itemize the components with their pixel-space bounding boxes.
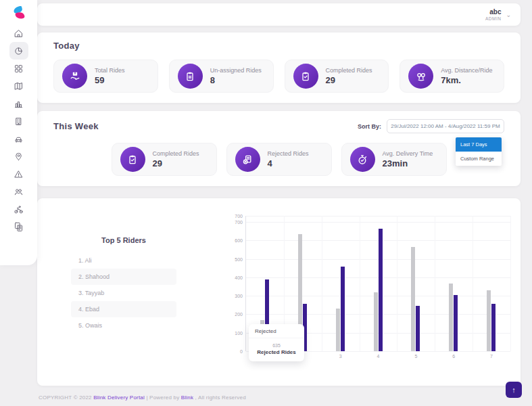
vehicle-icon	[14, 134, 24, 144]
bar-gray	[449, 284, 453, 351]
stat-label: Total Rides	[95, 67, 125, 74]
stat-value: 29	[326, 75, 372, 85]
stat-card-avg-distance[interactable]: Avg. Distance/Ride 7km.	[400, 60, 504, 93]
gridline-v	[435, 216, 435, 351]
sidebar-item-analytics[interactable]	[9, 98, 28, 109]
stat-value: 23min	[383, 158, 433, 168]
stat-card-completed-rides[interactable]: Completed Rides 29	[285, 60, 389, 93]
today-section: Today Total Rides 59 Un-assigned Rides 8	[37, 32, 521, 103]
stat-label: Completed Rides	[153, 150, 199, 157]
sidebar-item-map[interactable]	[9, 81, 28, 91]
alert-triangle-icon	[14, 169, 24, 179]
building-icon	[14, 116, 24, 127]
list-item[interactable]: 4. Ebad	[71, 301, 176, 317]
clipboard-check-icon	[293, 64, 318, 89]
stat-label: Rejected Rides	[268, 150, 309, 157]
location-pin-icon	[14, 152, 24, 162]
gridline-v	[322, 216, 322, 351]
stat-value: 8	[210, 75, 262, 85]
stat-card-total-rides[interactable]: Total Rides 59	[53, 60, 158, 93]
clipboard-check-icon	[120, 147, 145, 172]
bar-gray	[411, 247, 415, 351]
date-range-input[interactable]: 29/Jul/2022 12:00 AM - 4/Aug/2022 11:59 …	[387, 119, 504, 133]
y-tick-label: 700	[235, 220, 243, 225]
sidebar-item-building[interactable]	[9, 116, 28, 127]
list-item[interactable]: 1. Ali	[71, 252, 176, 269]
map-icon	[14, 81, 24, 91]
stat-label: Completed Rides	[326, 67, 372, 74]
tooltip-label: Rejected Rides	[253, 349, 300, 355]
analytics-bars-icon	[14, 99, 24, 109]
sidebar-item-alerts[interactable]	[9, 168, 28, 179]
grid-apps-icon	[14, 64, 24, 74]
bar-gray	[336, 309, 340, 351]
sidebar-item-users[interactable]	[9, 186, 28, 197]
sidebar-item-riders[interactable]	[9, 204, 28, 215]
stat-card-week-avg-delivery[interactable]: Avg. Delivery Time 23min	[341, 143, 447, 176]
username: abc	[485, 8, 501, 16]
gridline-v	[360, 216, 360, 351]
sidebar-item-locations[interactable]	[9, 151, 28, 162]
week-section: This Week Sort By: 29/Jul/2022 12:00 AM …	[37, 111, 521, 186]
stat-value: 59	[95, 75, 125, 85]
gridline-h	[246, 222, 510, 223]
user-menu[interactable]: abc ADMIN	[485, 8, 501, 21]
bar-gray	[487, 290, 491, 351]
user-role: ADMIN	[485, 16, 501, 21]
list-item[interactable]: 2. Shahood	[71, 269, 176, 285]
stat-card-week-completed[interactable]: Completed Rides 29	[112, 143, 217, 176]
footer-text: | Powered by	[145, 394, 181, 401]
week-title: This Week	[53, 121, 99, 131]
document-reject-icon	[235, 147, 260, 172]
stat-value: 7km.	[441, 75, 492, 85]
y-tick-label: 500	[235, 256, 243, 261]
arrow-up-icon: ↑	[512, 386, 516, 394]
reports-icon	[14, 221, 24, 233]
home-icon	[14, 28, 24, 39]
sort-by-label: Sort By:	[358, 123, 381, 130]
stat-card-week-rejected[interactable]: Rejected Rides 4	[226, 143, 332, 176]
sidebar-item-home[interactable]	[9, 28, 28, 39]
blink-logo-icon[interactable]	[11, 6, 26, 22]
sidebar-item-vehicle[interactable]	[9, 133, 28, 144]
map-pins-icon	[408, 64, 433, 89]
scroll-to-top-button[interactable]: ↑	[506, 382, 522, 398]
stat-card-unassigned-rides[interactable]: Un-assigned Rides 8	[169, 60, 274, 93]
users-icon	[14, 187, 24, 197]
top-riders-title: Top 5 Riders	[71, 236, 176, 244]
x-tick-label: 3	[339, 354, 342, 359]
stat-label: Avg. Distance/Ride	[441, 67, 492, 74]
chart-section: Top 5 Riders 1. Ali 2. Shahood 3. Tayyab…	[37, 198, 521, 386]
tooltip-value: 635	[253, 343, 300, 348]
dropdown-option-custom-range[interactable]: Custom Range	[456, 152, 502, 166]
gridline-v	[473, 216, 473, 351]
gridline-h	[246, 216, 510, 217]
stat-value: 29	[153, 158, 199, 168]
sort-dropdown: Last 7 Days Custom Range	[456, 137, 502, 166]
main-content: abc ADMIN ⌄ Today Total Rides 59	[37, 0, 521, 386]
list-item[interactable]: 3. Tayyab	[71, 285, 176, 301]
y-tick-label: 100	[235, 330, 243, 335]
chevron-down-icon[interactable]: ⌄	[506, 12, 511, 18]
bar-purple	[416, 306, 420, 351]
footer-text: COPYRIGHT © 2022	[39, 394, 93, 401]
x-tick-label: 4	[377, 354, 380, 359]
stat-value: 4	[268, 158, 309, 168]
sidebar-item-apps[interactable]	[9, 63, 28, 74]
y-tick-label: 0	[240, 349, 243, 354]
dashboard-pie-icon	[14, 46, 24, 56]
list-item[interactable]: 5. Owais	[71, 317, 176, 334]
y-tick-label: 400	[235, 275, 243, 279]
gridline-v	[510, 216, 511, 351]
sidebar-item-reports[interactable]	[9, 221, 28, 232]
sidebar-item-dashboard[interactable]	[9, 42, 28, 60]
y-tick-label: 300	[235, 294, 243, 298]
clipboard-icon	[178, 64, 203, 89]
dropdown-option-last-7-days[interactable]: Last 7 Days	[456, 137, 502, 152]
tooltip-title: Rejected	[249, 324, 304, 338]
footer-link-blink[interactable]: Blink	[181, 394, 193, 401]
y-tick-label: 200	[235, 312, 243, 317]
footer-link-portal[interactable]: Blink Delivery Portal	[93, 394, 145, 401]
top-riders-panel: Top 5 Riders 1. Ali 2. Shahood 3. Tayyab…	[71, 236, 176, 334]
chart-tooltip: Rejected 635 Rejected Rides	[249, 324, 304, 361]
